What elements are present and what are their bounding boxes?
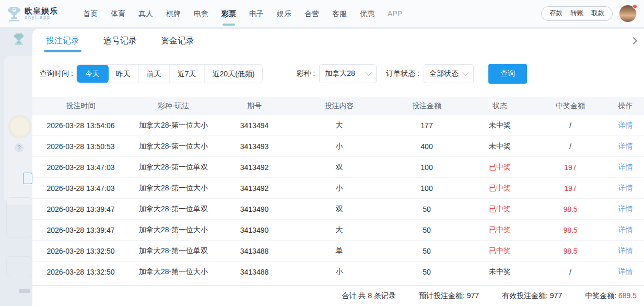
summary-label: 中奖金额: <box>585 291 618 300</box>
bet-content-cell: 单 <box>291 246 388 256</box>
action-cell: 详情 <box>607 205 644 214</box>
tab[interactable]: 资金记录 <box>161 29 194 52</box>
status-cell: 已中奖 <box>466 163 534 172</box>
issue-number-cell: 3413492 <box>218 163 291 172</box>
summary-value: 689.5 <box>618 291 637 300</box>
summary-item: 中奖金额: 689.5 <box>585 291 637 301</box>
bet-content-cell: 小 <box>291 142 388 151</box>
status-cell: 已中奖 <box>466 205 534 214</box>
status-cell: 已中奖 <box>466 246 534 256</box>
bet-amount-cell: 400 <box>388 142 466 151</box>
action-cell: 详情 <box>607 163 644 172</box>
detail-link[interactable]: 详情 <box>618 225 633 234</box>
bet-content-cell: 小 <box>291 267 388 277</box>
records-panel: 投注记录追号记录资金记录 查询时间 : 今天昨天前天近7天近20天(低频) 彩种… <box>32 29 644 306</box>
chevron-down-icon <box>365 69 372 76</box>
table-header-cell: 投注内容 <box>291 101 388 111</box>
status-cell: 未中奖 <box>466 267 534 277</box>
nav-item[interactable]: 优惠 <box>357 0 378 27</box>
summary-value: 977 <box>550 291 562 300</box>
time-filter-option[interactable]: 近20天(低频) <box>204 65 263 83</box>
detail-link[interactable]: 详情 <box>618 184 633 192</box>
order-status-select[interactable]: 全部状态 <box>424 64 474 83</box>
win-amount-cell: 98.5 <box>534 205 607 213</box>
background-selected-box <box>23 173 32 184</box>
chevron-down-icon <box>462 69 469 76</box>
win-amount-cell: 98.5 <box>534 247 607 255</box>
time-filter-option[interactable]: 近7天 <box>169 65 204 83</box>
filter-bar: 查询时间 : 今天昨天前天近7天近20天(低频) 彩种 : 加拿大28 订单状态… <box>32 52 644 84</box>
tab[interactable]: 追号记录 <box>103 29 137 52</box>
table-row: 2026-03-28 13:32:50加拿大28-第一位大小3413488小50… <box>32 262 644 282</box>
nav-item[interactable]: 合营 <box>301 0 322 27</box>
search-button[interactable]: 查询 <box>488 64 527 84</box>
lottery-filter-label: 彩种 : <box>296 69 315 78</box>
detail-link[interactable]: 详情 <box>618 267 633 276</box>
bet-time-cell: 2026-03-28 13:54:06 <box>32 121 129 130</box>
background-help-icon: ? <box>15 143 24 152</box>
win-amount-cell: / <box>534 268 607 276</box>
issue-number-cell: 3413492 <box>218 184 291 192</box>
background-page-fragment: ? <box>0 27 32 306</box>
game-play-cell: 加拿大28-第一位单双 <box>129 246 218 256</box>
time-filter-option[interactable]: 今天 <box>76 64 109 83</box>
nav-item[interactable]: 娱乐 <box>274 0 295 27</box>
bet-content-cell: 双 <box>291 163 388 172</box>
bet-amount-cell: 100 <box>388 184 466 192</box>
nav-links: 首页体育真人棋牌电竞彩票电子娱乐合营客服优惠APP <box>80 0 405 27</box>
collapse-chevron-right-icon[interactable] <box>628 36 638 46</box>
win-amount-cell: 197 <box>534 163 607 172</box>
nav-item[interactable]: 体育 <box>108 0 128 27</box>
bet-amount-cell: 100 <box>388 163 466 172</box>
time-filter-option[interactable]: 前天 <box>138 65 169 83</box>
bet-time-cell: 2026-03-28 13:47:03 <box>32 163 129 172</box>
table-header-row: 投注时间彩种-玩法期号投注内容投注金额状态中奖金额操作 <box>32 97 644 115</box>
detail-link[interactable]: 详情 <box>618 205 633 213</box>
win-amount-cell: / <box>534 121 607 130</box>
user-avatar[interactable] <box>619 5 637 22</box>
bet-content-cell: 小 <box>291 184 388 193</box>
nav-item[interactable]: 客服 <box>329 0 350 27</box>
wallet-action[interactable]: 存款 <box>549 9 563 18</box>
lottery-select[interactable]: 加拿大28 <box>319 64 377 83</box>
detail-link[interactable]: 详情 <box>618 121 633 129</box>
table-header-cell: 投注金额 <box>388 101 466 111</box>
brand-logo[interactable]: 欧皇娱乐 ohyl.app <box>7 6 58 21</box>
time-filter-option[interactable]: 昨天 <box>108 65 138 83</box>
status-filter-label: 订单状态 : <box>386 69 419 78</box>
nav-item[interactable]: 首页 <box>80 0 101 27</box>
detail-link[interactable]: 详情 <box>618 163 633 171</box>
bet-content-cell: 大 <box>291 121 388 130</box>
summary-bar: 合计 共 8 条记录 预计投注金额: 977有效投注金额: 977中奖金额: 6… <box>32 285 644 306</box>
nav-item[interactable]: 棋牌 <box>163 0 184 27</box>
action-cell: 详情 <box>607 142 644 151</box>
top-navbar: 欧皇娱乐 ohyl.app 首页体育真人棋牌电竞彩票电子娱乐合营客服优惠APP … <box>0 0 644 27</box>
win-amount-cell: 197 <box>534 184 607 192</box>
nav-item[interactable]: 真人 <box>135 0 156 27</box>
account-area: 存款转账取款 <box>541 5 637 22</box>
nav-item[interactable]: 电竞 <box>191 0 212 27</box>
wallet-action[interactable]: 取款 <box>591 9 604 18</box>
time-filter-label: 查询时间 : <box>40 69 73 78</box>
table-header-cell: 状态 <box>466 101 534 111</box>
background-card <box>6 197 32 238</box>
table-header-cell: 彩种-玩法 <box>129 101 218 111</box>
brand-domain: ohyl.app <box>25 15 58 20</box>
detail-link[interactable]: 详情 <box>618 142 633 150</box>
tab[interactable]: 投注记录 <box>46 29 79 52</box>
record-tabs: 投注记录追号记录资金记录 <box>32 29 644 52</box>
action-cell: 详情 <box>607 246 644 256</box>
bet-time-cell: 2026-03-28 13:50:53 <box>32 142 129 151</box>
table-row: 2026-03-28 13:54:06加拿大28-第一位大小3413494大17… <box>32 115 644 136</box>
table-row: 2026-03-28 13:50:53加拿大28-第一位大小3413493小40… <box>32 136 644 157</box>
nav-item[interactable]: 电子 <box>246 0 267 27</box>
table-header-cell: 操作 <box>607 101 644 111</box>
wallet-action[interactable]: 转账 <box>570 9 583 18</box>
bet-amount-cell: 50 <box>388 268 466 276</box>
nav-item[interactable]: APP <box>384 0 405 27</box>
background-trophy-icon <box>14 32 24 47</box>
detail-link[interactable]: 详情 <box>618 246 633 255</box>
bet-content-cell: 大 <box>291 225 388 235</box>
nav-item[interactable]: 彩票 <box>218 0 239 27</box>
game-play-cell: 加拿大28-第一位大小 <box>129 225 218 235</box>
